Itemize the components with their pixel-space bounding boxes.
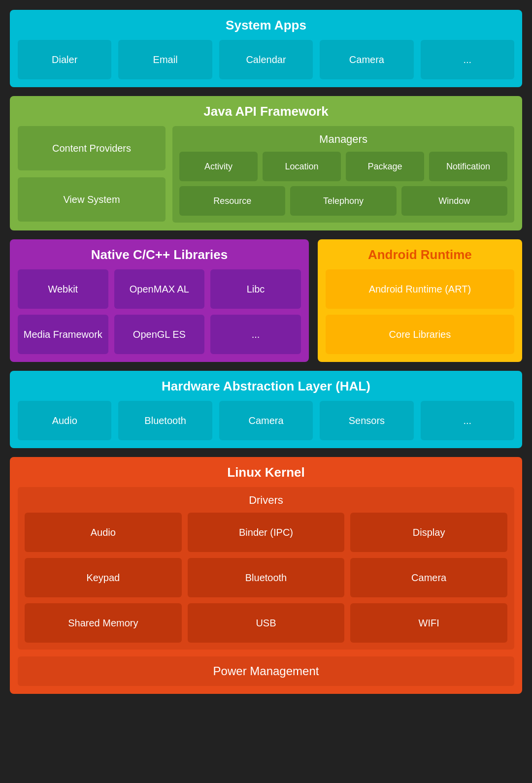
manager-location: Location xyxy=(263,152,341,181)
managers-title: Managers xyxy=(179,133,507,146)
android-runtime-layer: Android Runtime Android Runtime (ART) Co… xyxy=(318,239,522,362)
managers-row1: Activity Location Package Notification xyxy=(179,152,507,181)
system-apps-layer: System Apps Dialer Email Calendar Camera… xyxy=(10,10,522,87)
app-camera: Camera xyxy=(320,40,413,79)
app-email: Email xyxy=(118,40,212,79)
hal-audio: Audio xyxy=(18,401,111,440)
java-api-layer: Java API Framework Content Providers Vie… xyxy=(10,96,522,230)
lib-media: Media Framework xyxy=(18,315,108,354)
native-libs-layer: Native C/C++ Libraries Webkit OpenMAX AL… xyxy=(10,239,309,362)
view-system: View System xyxy=(18,177,166,222)
app-calendar: Calendar xyxy=(219,40,313,79)
manager-resource: Resource xyxy=(179,186,285,216)
manager-window: Window xyxy=(401,186,507,216)
app-more: ... xyxy=(421,40,514,79)
lib-webkit: Webkit xyxy=(18,269,108,309)
drivers-section: Drivers Audio Binder (IPC) Display Keypa… xyxy=(18,487,514,650)
driver-display: Display xyxy=(350,513,507,552)
system-apps-row: Dialer Email Calendar Camera ... xyxy=(18,40,514,79)
libs-grid: Webkit OpenMAX AL Libc Media Framework O… xyxy=(18,269,301,354)
driver-bluetooth: Bluetooth xyxy=(188,558,345,597)
lib-more: ... xyxy=(210,315,301,354)
hal-camera: Camera xyxy=(219,401,313,440)
driver-binder: Binder (IPC) xyxy=(188,513,345,552)
hal-title: Hardware Abstraction Layer (HAL) xyxy=(18,379,514,394)
content-providers: Content Providers xyxy=(18,126,166,170)
android-runtime-title: Android Runtime xyxy=(326,247,514,262)
lib-libc: Libc xyxy=(210,269,301,309)
framework-inner: Content Providers View System Managers A… xyxy=(18,126,514,223)
app-dialer: Dialer xyxy=(18,40,111,79)
native-libs-title: Native C/C++ Libraries xyxy=(18,247,301,262)
manager-package: Package xyxy=(346,152,424,181)
runtime-core-libs: Core Libraries xyxy=(326,315,514,354)
driver-camera: Camera xyxy=(350,558,507,597)
hal-bluetooth: Bluetooth xyxy=(118,401,212,440)
hal-sensors: Sensors xyxy=(320,401,413,440)
power-management: Power Management xyxy=(18,656,514,686)
lib-openmax: OpenMAX AL xyxy=(114,269,205,309)
driver-shared-memory: Shared Memory xyxy=(25,603,182,643)
driver-keypad: Keypad xyxy=(25,558,182,597)
runtime-art: Android Runtime (ART) xyxy=(326,269,514,309)
manager-activity: Activity xyxy=(179,152,258,181)
hal-more: ... xyxy=(421,401,514,440)
framework-left: Content Providers View System xyxy=(18,126,166,223)
linux-kernel-title: Linux Kernel xyxy=(18,465,514,480)
hal-row: Audio Bluetooth Camera Sensors ... xyxy=(18,401,514,440)
hal-layer: Hardware Abstraction Layer (HAL) Audio B… xyxy=(10,371,522,448)
managers-row2: Resource Telephony Window xyxy=(179,186,507,216)
drivers-grid: Audio Binder (IPC) Display Keypad Blueto… xyxy=(25,513,507,643)
system-apps-title: System Apps xyxy=(18,18,514,33)
lib-opengl: OpenGL ES xyxy=(114,315,205,354)
driver-audio: Audio xyxy=(25,513,182,552)
managers-column: Managers Activity Location Package Notif… xyxy=(172,126,514,223)
manager-telephony: Telephony xyxy=(290,186,396,216)
runtime-grid: Android Runtime (ART) Core Libraries xyxy=(326,269,514,354)
driver-wifi: WIFI xyxy=(350,603,507,643)
native-runtime-row: Native C/C++ Libraries Webkit OpenMAX AL… xyxy=(10,239,522,362)
drivers-title: Drivers xyxy=(25,494,507,507)
driver-usb: USB xyxy=(188,603,345,643)
manager-notification: Notification xyxy=(429,152,507,181)
java-api-title: Java API Framework xyxy=(18,104,514,119)
linux-kernel-layer: Linux Kernel Drivers Audio Binder (IPC) … xyxy=(10,457,522,694)
